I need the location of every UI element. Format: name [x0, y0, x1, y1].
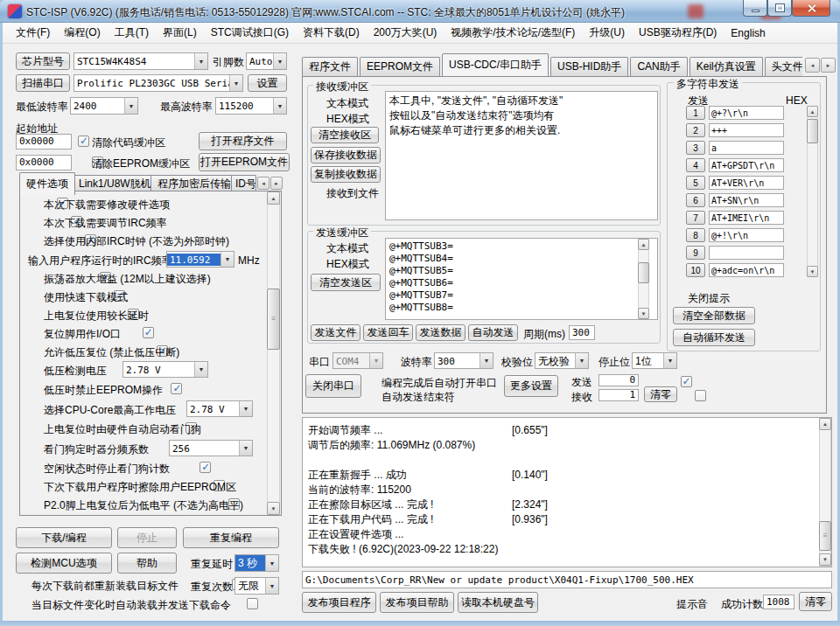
target-file-path[interactable]: G:\Documents\Corp_RR\New or update produ… — [302, 571, 832, 588]
auto-send-button[interactable]: 自动发送 — [468, 324, 518, 341]
chip-model-button[interactable]: 芯片型号 — [16, 52, 70, 70]
multi-row-number-button[interactable]: 8 — [686, 228, 705, 242]
receive-textarea[interactable]: 本工具中, "发送文件", "自动循环发送" 按钮以及"自动发送结束符"选项均有… — [385, 91, 658, 220]
cpu-core-voltage-select[interactable]: 2.78 V — [186, 400, 253, 417]
tab-eeprom-file[interactable]: EEPROM文件 — [360, 57, 440, 76]
title-bar[interactable]: STC-ISP (V6.92C) (服务电话/销售电话: 0513-550129… — [0, 0, 840, 23]
tab-keil-emulation[interactable]: Keil仿真设置 — [690, 57, 763, 76]
menu-program[interactable]: 编程(O) — [58, 23, 106, 43]
multi-row-number-button[interactable]: 5 — [686, 176, 705, 190]
multi-row-input[interactable] — [709, 246, 784, 260]
send-cr-button[interactable]: 发送回车 — [363, 324, 413, 341]
scroll-down-icon[interactable]: ▼ — [807, 266, 818, 277]
clear-counts-button[interactable]: 清零 — [644, 386, 677, 402]
tab-scroll-right-icon[interactable]: ► — [270, 177, 283, 190]
auto-open-port-checkbox[interactable] — [681, 376, 692, 387]
scroll-up-icon[interactable]: ▲ — [638, 239, 649, 250]
multi-row-number-button[interactable]: 9 — [686, 246, 705, 260]
send-textarea[interactable]: @+MQTTSUB3= @+MQTTSUB4= @+MQTTSUB5= @+MQ… — [385, 238, 658, 320]
help-button[interactable]: 帮助 — [117, 553, 177, 574]
tab-header-files[interactable]: 头文件 — [765, 57, 802, 76]
baud-select[interactable]: 300 — [434, 352, 494, 369]
menu-ui[interactable]: 界面(L) — [157, 23, 203, 43]
autoload-checkbox[interactable] — [247, 598, 258, 609]
multi-row-number-button[interactable]: 6 — [686, 193, 705, 207]
pin-count-select[interactable]: Auto — [246, 52, 287, 70]
option-checkbox[interactable] — [200, 462, 211, 473]
min-baud-select[interactable]: 2400 — [70, 97, 138, 115]
stop-button[interactable]: 停止 — [117, 527, 177, 548]
period-input[interactable]: 300 — [569, 325, 595, 340]
scroll-up-icon[interactable]: ▲ — [819, 418, 831, 430]
clear-receive-button[interactable]: 清空接收区 — [311, 127, 379, 143]
menu-file[interactable]: 文件(F) — [10, 23, 56, 43]
options-scrollbar[interactable] — [267, 191, 280, 515]
read-disk-id-button[interactable]: 读取本机硬盘号 — [458, 592, 538, 613]
tab-scroll-right-icon[interactable]: ► — [821, 58, 836, 73]
multi-row-number-button[interactable]: 4 — [686, 158, 705, 172]
repeat-program-button[interactable]: 重复编程 — [183, 527, 279, 548]
publish-project-button[interactable]: 发布项目程序 — [302, 592, 376, 613]
multi-row-input[interactable] — [709, 211, 784, 225]
menu-english[interactable]: English — [724, 24, 771, 42]
auto-end-char-checkbox[interactable] — [695, 390, 706, 401]
multi-row-input[interactable] — [709, 158, 784, 172]
tab-scroll-left-icon[interactable]: ◄ — [805, 58, 820, 73]
repeat-times-select[interactable]: 无限 — [234, 577, 279, 595]
tab-usb-cdc-serial[interactable]: USB-CDC/串口助手 — [442, 53, 549, 76]
multi-scroll-thumb[interactable] — [807, 119, 818, 143]
tab-hardware-options[interactable]: 硬件选项 — [19, 172, 75, 195]
minimize-button[interactable] — [743, 0, 767, 17]
publish-help-button[interactable]: 发布项目帮助 — [380, 592, 454, 613]
send-scroll-thumb[interactable] — [638, 262, 649, 283]
multi-row-number-button[interactable]: 10 — [686, 263, 705, 277]
detect-mcu-button[interactable]: 检测MCU选项 — [16, 553, 112, 574]
menu-usb-driver[interactable]: USB驱动程序(D) — [633, 23, 723, 43]
max-baud-select[interactable]: 115200 — [215, 97, 287, 115]
scroll-down-icon[interactable]: ▼ — [638, 308, 649, 319]
clear-send-button[interactable]: 清空发送区 — [311, 274, 381, 291]
multi-row-input[interactable] — [709, 193, 784, 207]
menu-videos[interactable]: 视频教学/技术论坛/选型(F) — [444, 23, 581, 43]
tab-encrypted-transfer[interactable]: 程序加密后传输 — [150, 175, 238, 191]
tab-scroll-left-icon[interactable]: ◄ — [257, 177, 270, 190]
multi-row-number-button[interactable]: 3 — [686, 141, 705, 155]
close-button[interactable] — [792, 0, 830, 17]
irc-frequency-select[interactable]: 11.0592 — [166, 251, 234, 268]
send-file-button[interactable]: 发送文件 — [311, 324, 360, 341]
copy-receive-button[interactable]: 复制接收数据 — [311, 166, 381, 183]
multi-row-number-button[interactable]: 2 — [686, 123, 705, 137]
scroll-down-icon[interactable]: ▼ — [819, 553, 831, 566]
tab-usb-hid[interactable]: USB-HID助手 — [550, 57, 628, 76]
stop-bits-select[interactable]: 1位 — [632, 352, 677, 369]
tab-link1-u8w[interactable]: Link1/U8W脱机 — [72, 175, 158, 191]
menu-upgrade[interactable]: 升级(U) — [583, 23, 631, 43]
save-receive-button[interactable]: 保存接收数据 — [311, 147, 381, 163]
option-checkbox[interactable] — [143, 327, 154, 338]
multi-row-input[interactable] — [709, 106, 784, 120]
send-data-button[interactable]: 发送数据 — [416, 324, 466, 341]
menu-stc-debug[interactable]: STC调试接口(G) — [205, 23, 295, 43]
scroll-up-icon[interactable]: ▲ — [267, 191, 280, 205]
multi-row-input[interactable] — [709, 228, 784, 242]
reset-count-button[interactable]: 清零 — [799, 592, 832, 611]
parity-select[interactable]: 无校验 — [535, 352, 589, 369]
open-eeprom-file-button[interactable]: 打开EEPROM文件 — [199, 153, 290, 171]
auto-loop-send-button[interactable]: 自动循环发送 — [673, 329, 755, 346]
log-scroll-thumb[interactable]: ≡ — [819, 521, 831, 551]
chip-model-select[interactable]: STC15W4K48S4 — [74, 52, 208, 70]
clear-code-checkbox[interactable] — [78, 136, 89, 147]
tab-id-number[interactable]: ID号 — [231, 175, 256, 191]
scan-com-button[interactable]: 扫描串口 — [16, 74, 70, 92]
multi-row-input[interactable] — [709, 141, 784, 155]
more-settings-button[interactable]: 更多设置 — [504, 375, 558, 397]
maximize-button[interactable] — [767, 0, 792, 17]
menu-prize[interactable]: 200万大奖(U) — [368, 23, 444, 43]
lvd-voltage-select[interactable]: 2.78 V — [122, 361, 208, 378]
download-program-button[interactable]: 下载/编程 — [16, 527, 112, 548]
serial-port-select[interactable]: COM4 — [332, 352, 383, 369]
scroll-up-icon[interactable]: ▲ — [807, 106, 818, 117]
repeat-delay-select[interactable]: 3 秒 — [234, 554, 279, 572]
multi-row-number-button[interactable]: 7 — [686, 211, 705, 225]
code-address-input[interactable]: 0x0000 — [16, 134, 72, 150]
